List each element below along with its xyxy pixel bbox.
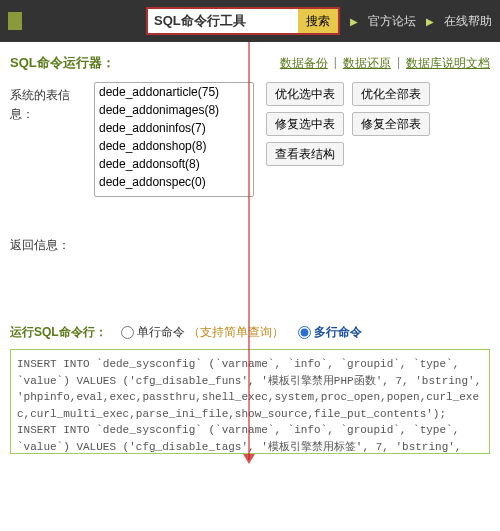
multi-line-radio-wrap[interactable]: 多行命令	[298, 324, 362, 341]
header-row: SQL命令运行器： 数据备份 | 数据还原 | 数据库说明文档	[10, 54, 490, 72]
quick-links: 数据备份 | 数据还原 | 数据库说明文档	[280, 55, 490, 72]
repair-all-button[interactable]: 修复全部表	[352, 112, 430, 136]
search-button[interactable]: 搜索	[298, 9, 338, 33]
tables-label: 系统的表信息：	[10, 82, 82, 124]
search-input[interactable]	[148, 9, 298, 33]
top-navbar: 搜索 ▶ 官方论坛 ▶ 在线帮助	[0, 0, 500, 42]
multi-line-label: 多行命令	[314, 324, 362, 341]
table-option[interactable]: dede_addoninfos(7)	[95, 119, 253, 137]
chevron-right-icon: ▶	[350, 16, 358, 27]
view-structure-button[interactable]: 查看表结构	[266, 142, 344, 166]
run-sql-row: 运行SQL命令行： 单行命令（支持简单查询） 多行命令	[10, 324, 490, 341]
page-title: SQL命令运行器：	[10, 54, 115, 72]
chevron-right-icon: ▶	[426, 16, 434, 27]
single-line-radio[interactable]	[121, 326, 134, 339]
table-option[interactable]: dede_addonshop(8)	[95, 137, 253, 155]
content-area: SQL命令运行器： 数据备份 | 数据还原 | 数据库说明文档 系统的表信息： …	[0, 42, 500, 467]
separator: |	[334, 55, 337, 72]
restore-link[interactable]: 数据还原	[343, 55, 391, 72]
return-info-label: 返回信息：	[10, 237, 490, 254]
help-link[interactable]: 在线帮助	[444, 13, 492, 30]
tables-row: 系统的表信息： dede_addonarticle(75)dede_addoni…	[10, 82, 490, 197]
table-option[interactable]: dede_addonspec(0)	[95, 173, 253, 191]
table-option[interactable]: dede_addonsoft(8)	[95, 155, 253, 173]
sql-textarea[interactable]	[10, 349, 490, 454]
table-option[interactable]: dede_addonarticle(75)	[95, 83, 253, 101]
doc-link[interactable]: 数据库说明文档	[406, 55, 490, 72]
separator: |	[397, 55, 400, 72]
single-line-hint: （支持简单查询）	[188, 324, 284, 341]
single-line-label: 单行命令	[137, 324, 185, 341]
repair-selected-button[interactable]: 修复选中表	[266, 112, 344, 136]
optimize-selected-button[interactable]: 优化选中表	[266, 82, 344, 106]
optimize-all-button[interactable]: 优化全部表	[352, 82, 430, 106]
run-sql-label: 运行SQL命令行：	[10, 324, 107, 341]
actions-column: 优化选中表 优化全部表 修复选中表 修复全部表 查看表结构	[266, 82, 430, 166]
table-option[interactable]: dede_addonimages(8)	[95, 101, 253, 119]
logo-block	[8, 12, 22, 30]
search-box: 搜索	[146, 7, 340, 35]
tables-listbox[interactable]: dede_addonarticle(75)dede_addonimages(8)…	[94, 82, 254, 197]
forum-link[interactable]: 官方论坛	[368, 13, 416, 30]
backup-link[interactable]: 数据备份	[280, 55, 328, 72]
single-line-radio-wrap[interactable]: 单行命令（支持简单查询）	[121, 324, 284, 341]
multi-line-radio[interactable]	[298, 326, 311, 339]
